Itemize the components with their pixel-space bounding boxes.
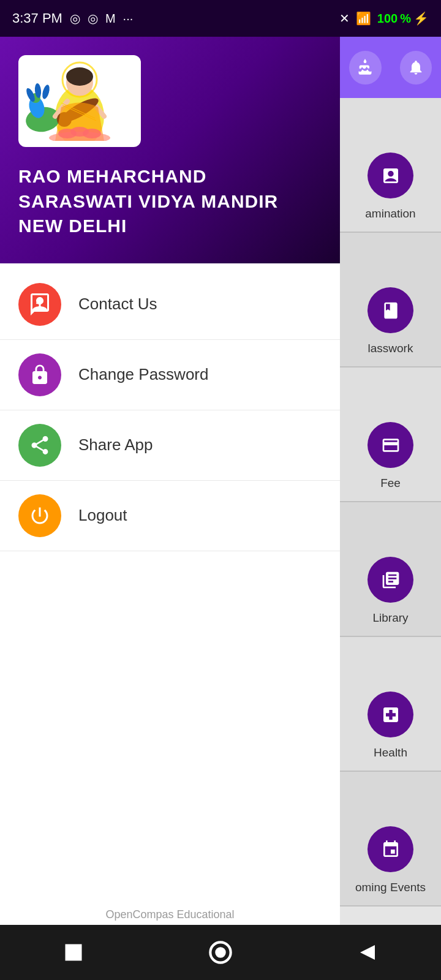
drawer-menu: Contact Us Change Password Share App — [0, 263, 340, 888]
svg-point-20 — [83, 129, 101, 138]
circle-icon-2: ◎ — [88, 11, 98, 26]
school-name: RAO MEHARCHAND SARASWATI VIDYA MANDIR NE… — [18, 164, 322, 239]
right-grid-item-library[interactable]: Library — [340, 502, 441, 637]
battery-percent: 100 — [377, 12, 398, 26]
right-grid-item-classwork[interactable]: lasswork — [340, 233, 441, 368]
contact-us-label: Contact Us — [78, 295, 157, 314]
logo-container — [18, 55, 141, 147]
health-icon — [368, 692, 413, 737]
menu-item-logout[interactable]: Logout — [0, 481, 340, 551]
status-bar: 3:37 PM ◎ ◎ M ··· ✕ 📶 100% ⚡ — [0, 0, 441, 37]
right-grid-item-health[interactable]: Health — [340, 637, 441, 772]
battery-bolt: ⚡ — [413, 11, 429, 26]
nav-square-button[interactable] — [58, 937, 89, 968]
more-icon: ··· — [123, 12, 134, 26]
nav-home-button[interactable] — [205, 937, 236, 968]
gmail-icon: M — [105, 12, 116, 26]
share-app-label: Share App — [78, 435, 153, 454]
examination-icon — [368, 153, 413, 198]
navigation-bar — [0, 925, 441, 980]
contact-icon-circle — [18, 283, 61, 326]
health-label: Health — [374, 746, 407, 760]
navigation-drawer: RAO MEHARCHAND SARASWATI VIDYA MANDIR NE… — [0, 37, 340, 980]
fee-label: Fee — [380, 477, 401, 490]
right-panel: amination lasswork Fee — [340, 37, 441, 980]
notification-icon[interactable] — [400, 51, 432, 85]
wifi-icon: 📶 — [356, 11, 371, 26]
classwork-label: lasswork — [368, 342, 413, 355]
right-grid: amination lasswork Fee — [340, 98, 441, 980]
drawer-header: RAO MEHARCHAND SARASWATI VIDYA MANDIR NE… — [0, 37, 340, 263]
right-grid-item-examination[interactable]: amination — [340, 98, 441, 233]
svg-rect-24 — [66, 944, 82, 961]
events-icon — [368, 826, 413, 872]
share-icon-circle — [18, 424, 61, 467]
svg-marker-27 — [360, 945, 375, 960]
battery-indicator: 100% ⚡ — [377, 11, 429, 26]
menu-item-share[interactable]: Share App — [0, 410, 340, 481]
footer-line1: OpenCompas Educational — [105, 908, 234, 921]
menu-item-change-password[interactable]: Change Password — [0, 340, 340, 410]
change-password-label: Change Password — [78, 365, 208, 384]
logout-icon-circle — [18, 494, 61, 537]
time-display: 3:37 PM — [12, 10, 62, 26]
library-label: Library — [372, 611, 408, 625]
x-icon: ✕ — [339, 11, 350, 26]
saraswati-image — [24, 61, 135, 141]
fee-icon — [368, 422, 413, 468]
classwork-icon — [368, 287, 413, 333]
examination-label: amination — [365, 207, 415, 221]
svg-point-26 — [216, 948, 224, 956]
status-bar-left: 3:37 PM ◎ ◎ M ··· — [12, 10, 133, 26]
library-icon — [368, 557, 413, 603]
birthday-icon[interactable] — [349, 51, 382, 85]
right-grid-item-events[interactable]: oming Events — [340, 772, 441, 907]
right-panel-header — [340, 37, 441, 98]
nav-back-button[interactable] — [352, 937, 383, 968]
svg-point-9 — [66, 67, 93, 86]
logout-label: Logout — [78, 506, 127, 525]
password-icon-circle — [18, 353, 61, 396]
status-bar-right: ✕ 📶 100% ⚡ — [339, 11, 429, 26]
events-label: oming Events — [355, 881, 426, 894]
right-grid-item-fee[interactable]: Fee — [340, 368, 441, 502]
menu-item-contact[interactable]: Contact Us — [0, 270, 340, 340]
circle-icon-1: ◎ — [70, 11, 80, 26]
